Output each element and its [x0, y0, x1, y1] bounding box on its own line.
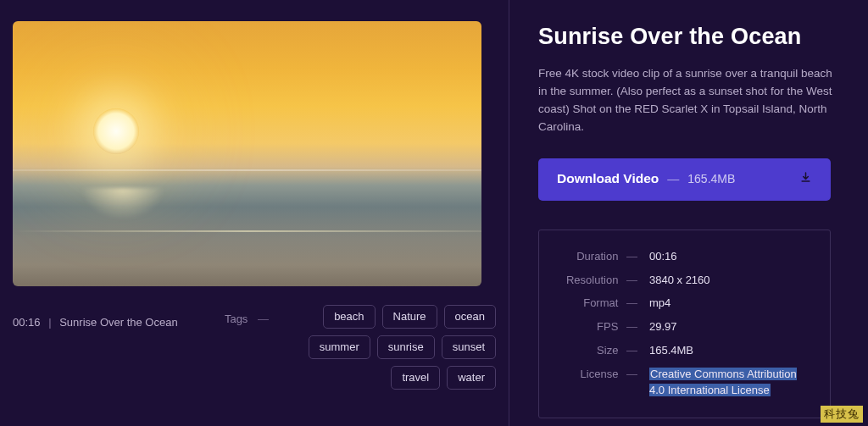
caption-title: Sunrise Over the Ocean — [59, 316, 177, 329]
page-title: Sunrise Over the Ocean — [538, 24, 848, 50]
tag-travel[interactable]: travel — [391, 366, 440, 390]
tag-beach[interactable]: beach — [323, 305, 375, 329]
video-caption: 00:16 | Sunrise Over the Ocean — [13, 316, 178, 329]
watermark: 科技兔 — [821, 406, 863, 423]
tag-ocean[interactable]: ocean — [444, 305, 496, 329]
meta-format: mp4 — [649, 296, 670, 312]
metadata-box: Duration — 00:16 Resolution — 3840 x 216… — [538, 230, 831, 418]
download-size: 165.4MB — [687, 172, 735, 185]
meta-size: 165.4MB — [649, 343, 693, 359]
tag-water[interactable]: water — [447, 366, 496, 390]
tag-nature[interactable]: Nature — [382, 305, 437, 329]
meta-license[interactable]: Creative Commons Attribution 4.0 Interna… — [649, 367, 810, 399]
download-icon — [799, 171, 812, 187]
tag-summer[interactable]: summer — [309, 335, 370, 359]
video-preview[interactable] — [13, 21, 481, 286]
caption-duration: 00:16 — [13, 316, 41, 329]
tag-sunset[interactable]: sunset — [442, 335, 496, 359]
meta-duration: 00:16 — [649, 249, 677, 265]
meta-fps: 29.97 — [649, 319, 677, 335]
download-button[interactable]: Download Video — 165.4MB — [538, 158, 831, 201]
tags-list: beachNatureoceansummersunrisesunsettrave… — [275, 305, 496, 390]
meta-resolution: 3840 x 2160 — [649, 273, 710, 289]
download-label: Download Video — [557, 171, 659, 186]
tag-sunrise[interactable]: sunrise — [377, 335, 435, 359]
tags-label: Tags — — [225, 313, 269, 325]
video-description: Free 4K stock video clip of a sunrise ov… — [538, 65, 835, 136]
